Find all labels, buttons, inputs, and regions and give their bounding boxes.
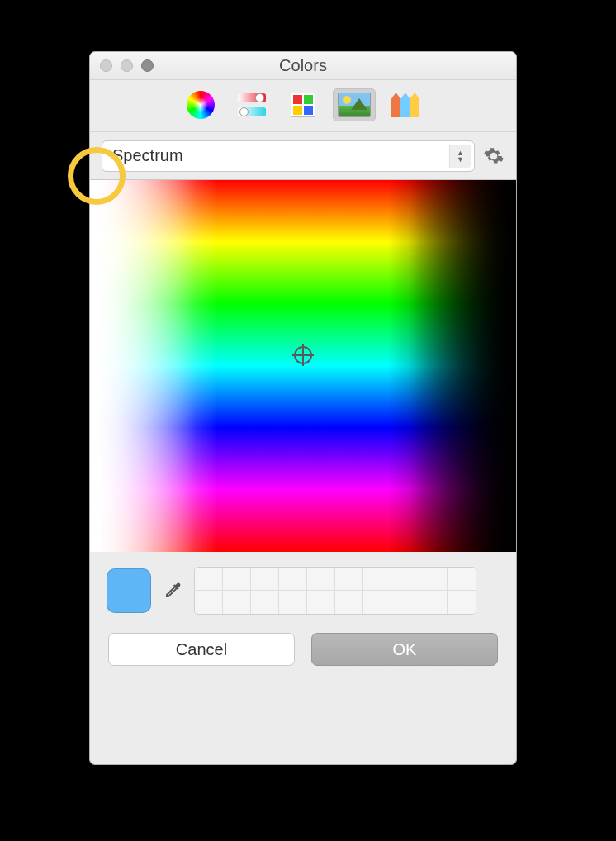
colors-panel: Colors Spectrum ▲▼ xyxy=(89,51,517,765)
swatch-slot[interactable] xyxy=(307,568,335,591)
swatch-slot[interactable] xyxy=(223,568,251,591)
palette-dropdown-value: Spectrum xyxy=(112,146,183,165)
titlebar: Colors xyxy=(90,52,516,80)
swatch-slot[interactable] xyxy=(363,568,391,591)
palette-select-strip: Spectrum ▲▼ xyxy=(90,132,516,180)
swatch-slot[interactable] xyxy=(335,591,363,614)
close-window-button[interactable] xyxy=(100,59,112,72)
mode-color-sliders[interactable] xyxy=(230,88,273,121)
swatch-slot[interactable] xyxy=(195,591,223,614)
spectrum-picker[interactable] xyxy=(90,180,516,552)
swatch-slot[interactable] xyxy=(195,568,223,591)
window-title: Colors xyxy=(90,56,516,75)
eyedropper-icon[interactable] xyxy=(163,581,182,601)
cancel-button[interactable]: Cancel xyxy=(108,633,295,666)
mode-crayons[interactable] xyxy=(384,88,427,121)
swatch-slot[interactable] xyxy=(279,591,307,614)
window-controls xyxy=(100,59,154,72)
zoom-window-button[interactable] xyxy=(141,59,154,72)
swatch-slot[interactable] xyxy=(448,568,476,591)
palette-icon xyxy=(291,93,315,117)
swatch-slot[interactable] xyxy=(419,568,448,591)
swatch-slot[interactable] xyxy=(391,591,419,614)
gear-icon[interactable] xyxy=(483,145,505,167)
swatch-slot[interactable] xyxy=(279,568,307,591)
swatch-slot[interactable] xyxy=(391,568,419,591)
swatch-slot[interactable] xyxy=(419,591,448,614)
swatches-row xyxy=(90,552,516,626)
mode-color-palettes[interactable] xyxy=(282,88,325,121)
image-icon xyxy=(338,93,371,117)
picker-mode-toolbar xyxy=(90,80,516,132)
palette-dropdown[interactable]: Spectrum ▲▼ xyxy=(102,140,475,172)
mode-image-palettes[interactable] xyxy=(333,88,376,121)
sliders-icon xyxy=(238,93,266,116)
updown-arrows-icon: ▲▼ xyxy=(449,145,471,168)
current-color-swatch[interactable] xyxy=(107,568,151,613)
swatch-grid xyxy=(194,567,476,615)
swatch-slot[interactable] xyxy=(223,591,251,614)
ok-button[interactable]: OK xyxy=(311,633,498,666)
mode-color-wheel[interactable] xyxy=(179,88,222,121)
swatch-slot[interactable] xyxy=(307,591,335,614)
swatch-slot[interactable] xyxy=(448,591,476,614)
swatch-slot[interactable] xyxy=(335,568,363,591)
swatch-slot[interactable] xyxy=(251,591,279,614)
dialog-buttons: Cancel OK xyxy=(90,626,516,682)
minimize-window-button[interactable] xyxy=(121,59,133,72)
swatch-slot[interactable] xyxy=(363,591,391,614)
color-wheel-icon xyxy=(187,91,215,119)
swatch-slot[interactable] xyxy=(251,568,279,591)
crayons-icon xyxy=(391,93,419,117)
crosshair-icon xyxy=(294,346,312,364)
